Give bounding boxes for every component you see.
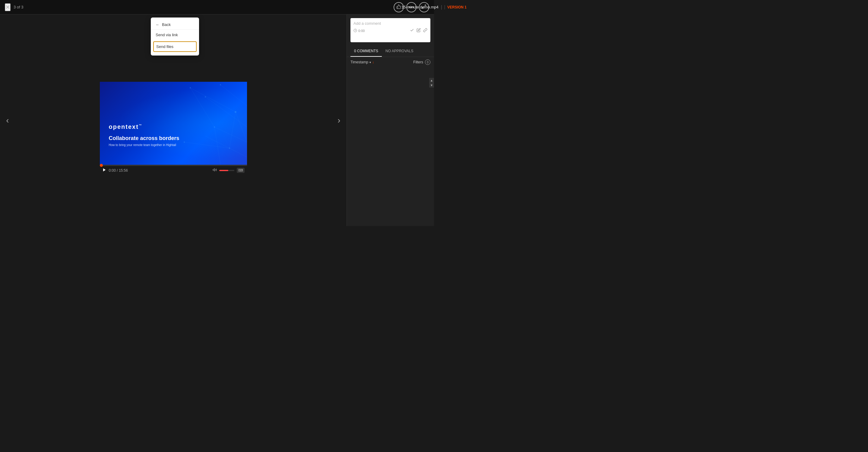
- header: ✕ 3 of 3 15-minute demo.mp4 | VERSION 1 …: [0, 0, 434, 14]
- tab-comments[interactable]: 0 COMMENTS: [350, 46, 382, 57]
- svg-line-4: [220, 85, 247, 106]
- svg-marker-20: [103, 169, 105, 172]
- header-left: ✕ 3 of 3: [5, 3, 24, 11]
- volume-fill: [219, 170, 228, 171]
- next-button[interactable]: ›: [332, 14, 346, 226]
- svg-marker-21: [213, 169, 214, 171]
- comment-icons: [410, 28, 427, 33]
- video-controls: 0:00 / 15:56: [100, 166, 247, 175]
- progress-bar[interactable]: [100, 165, 247, 166]
- controls-right: ⌨: [213, 168, 245, 173]
- total-time: 15:56: [119, 169, 128, 173]
- main-area: ‹: [0, 14, 434, 226]
- slide-title: Collaborate across borders: [109, 135, 180, 142]
- back-arrow-icon: ←: [156, 22, 159, 27]
- file-count: 3 of 3: [13, 5, 24, 9]
- comment-time: 0:00: [353, 29, 365, 33]
- sort-direction-icon: ↓: [372, 60, 374, 64]
- svg-line-10: [229, 148, 247, 157]
- svg-line-6: [190, 88, 214, 127]
- svg-line-9: [229, 112, 236, 148]
- like-icon: [396, 4, 401, 10]
- checkmark-icon[interactable]: [410, 28, 414, 33]
- tab-approvals[interactable]: NO APPROVALS: [382, 46, 417, 57]
- scroll-up-button[interactable]: ▲: [429, 78, 434, 83]
- timestamp-label: Timestamp: [350, 60, 368, 64]
- send-via-link-option[interactable]: Send via link: [151, 30, 199, 40]
- prev-arrow-icon: ‹: [6, 116, 9, 125]
- keyboard-shortcuts-button[interactable]: ⌨: [237, 168, 245, 173]
- edit-icon[interactable]: [416, 28, 421, 33]
- time-separator: /: [117, 169, 119, 173]
- svg-point-15: [220, 84, 221, 85]
- comment-input-area[interactable]: Add a comment 0:00: [350, 18, 430, 42]
- scroll-down-button[interactable]: ▼: [429, 83, 434, 88]
- back-label: Back: [162, 22, 171, 27]
- dropdown-back-button[interactable]: ← Back: [151, 20, 199, 30]
- close-icon: ✕: [5, 4, 10, 10]
- comment-timestamp: 0:00: [358, 29, 365, 33]
- play-button[interactable]: [102, 168, 106, 173]
- current-time: 0:00: [109, 169, 116, 173]
- brand-logo: opentext™: [109, 123, 180, 130]
- progress-dot: [100, 164, 103, 167]
- time-display: 0:00 / 15:56: [109, 169, 128, 173]
- video-overlay: opentext™ Collaborate across borders How…: [109, 123, 180, 147]
- svg-point-18: [229, 148, 230, 149]
- next-arrow-icon: ›: [338, 116, 340, 125]
- svg-point-19: [184, 142, 185, 143]
- sidebar-scroll-controls: ▲ ▼: [429, 78, 434, 88]
- slide-subtitle: How to bring your remote team together i…: [109, 143, 180, 147]
- sidebar: Add a comment 0:00: [346, 14, 434, 226]
- volume-bar[interactable]: [219, 170, 234, 171]
- svg-point-14: [205, 96, 206, 97]
- comment-placeholder: Add a comment: [353, 21, 427, 26]
- header-center: 15-minute demo.mp4 | VERSION 1: [401, 4, 434, 10]
- video-thumbnail[interactable]: opentext™ Collaborate across borders How…: [100, 82, 247, 165]
- filters-row: Timestamp ▾ ↓ Filters 0: [347, 57, 434, 67]
- svg-line-12: [184, 142, 229, 148]
- close-button[interactable]: ✕: [5, 3, 10, 11]
- play-icon: [102, 168, 106, 173]
- timestamp-sort[interactable]: Timestamp ▾ ↓: [350, 60, 374, 64]
- video-wrapper: opentext™ Collaborate across borders How…: [100, 82, 247, 165]
- keyboard-icon: ⌨: [238, 169, 243, 172]
- clock-icon: [353, 29, 357, 33]
- svg-point-17: [214, 126, 215, 128]
- link-icon[interactable]: [423, 28, 427, 33]
- svg-point-16: [235, 111, 237, 113]
- filename: 15-minute demo.mp4: [401, 5, 434, 9]
- tabs-row: 0 COMMENTS NO APPROVALS: [347, 46, 434, 57]
- volume-icon[interactable]: [213, 168, 217, 173]
- dropdown-menu: ← Back Send via link Send files: [151, 18, 199, 56]
- svg-line-8: [214, 127, 220, 165]
- filters-button[interactable]: Filters 0: [413, 59, 430, 65]
- svg-point-13: [190, 87, 191, 88]
- filters-label: Filters: [413, 60, 423, 64]
- send-files-option[interactable]: Send files: [153, 41, 197, 52]
- filter-count-badge: 0: [425, 59, 430, 65]
- sort-chevron-icon: ▾: [369, 61, 371, 64]
- comment-toolbar: 0:00: [353, 28, 427, 33]
- prev-button[interactable]: ‹: [0, 14, 15, 226]
